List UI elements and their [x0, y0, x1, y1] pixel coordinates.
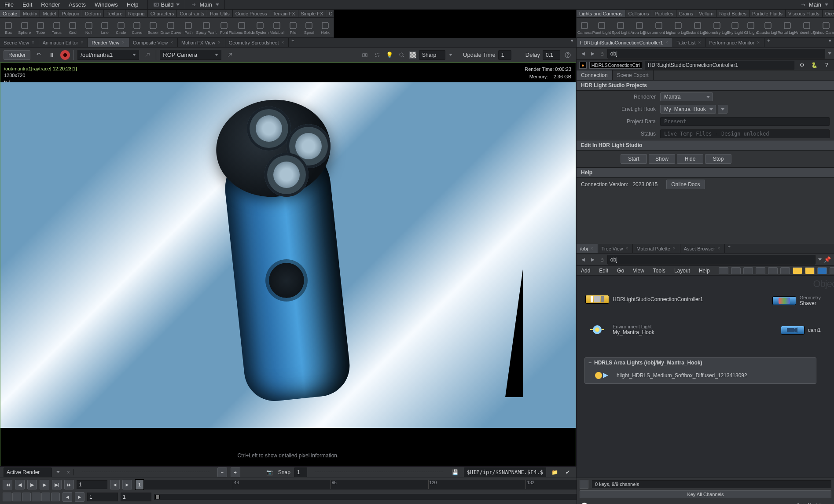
render-viewport[interactable]: /out/mantra1[raytrace] 12:20:23[1] 1280x…: [0, 63, 576, 466]
nv-menu-go[interactable]: Go: [613, 268, 628, 274]
pane-tab[interactable]: Motion FX View×: [178, 38, 225, 47]
close-icon[interactable]: ×: [698, 40, 702, 45]
stop-icon[interactable]: [60, 50, 70, 60]
snap-path-field[interactable]: $HIP/ipr/$SNAPNAME.$F4.$: [464, 467, 546, 477]
rop-path-field[interactable]: /out/mantra1: [77, 50, 139, 60]
browse-icon[interactable]: 📁: [550, 467, 559, 477]
section-projects[interactable]: HDR Light Studio Projects: [577, 80, 834, 91]
nv-menu-edit[interactable]: Edit: [595, 268, 613, 274]
close-icon[interactable]: ×: [756, 40, 761, 45]
shelf-tool-line[interactable]: Line: [97, 18, 113, 37]
close-icon[interactable]: ×: [121, 40, 125, 45]
pin-icon[interactable]: 📌: [823, 256, 831, 264]
shelf-tool-draw-curve[interactable]: Draw Curve: [162, 18, 180, 37]
shelf-tab[interactable]: Terrain FX: [270, 10, 298, 17]
close-icon[interactable]: ×: [217, 40, 221, 45]
shelf-tool-file[interactable]: File: [286, 18, 301, 37]
pane-tab-add[interactable]: +: [289, 38, 297, 47]
shelf-tool-circle[interactable]: Circle: [114, 18, 129, 37]
nv-path-field[interactable]: obj: [607, 255, 816, 265]
shelf-tool-grid[interactable]: Grid: [65, 18, 81, 37]
next-frame-button[interactable]: ▶|: [52, 480, 62, 489]
apply-icon[interactable]: ✔: [563, 467, 573, 477]
disk-icon[interactable]: 💾: [451, 467, 460, 477]
shelf-tool-portal-light[interactable]: Portal Light: [778, 18, 797, 37]
back-icon[interactable]: ◄: [579, 256, 587, 264]
status-icon[interactable]: [51, 493, 60, 501]
shelf-tab[interactable]: Texture: [104, 10, 125, 17]
close-icon[interactable]: ×: [169, 40, 174, 45]
help-icon[interactable]: ?: [822, 60, 831, 70]
shelf-tool-gi-light[interactable]: GI Light: [744, 18, 758, 37]
forward-icon[interactable]: ►: [589, 50, 597, 58]
menu-render[interactable]: Render: [37, 0, 64, 10]
shelf-tool-sphere[interactable]: Sphere: [17, 18, 33, 37]
camera-jump-icon[interactable]: [225, 50, 235, 60]
keys-icon[interactable]: [580, 480, 588, 489]
shelf-tab[interactable]: Modify: [20, 10, 40, 17]
pane-tab[interactable]: Composite View×: [129, 38, 178, 47]
nv-icon[interactable]: [756, 267, 765, 274]
next-scope-button[interactable]: ►: [75, 492, 85, 502]
update-time-field[interactable]: 1: [498, 50, 511, 60]
pause-icon[interactable]: [47, 50, 57, 60]
online-docs-button[interactable]: Online Docs: [666, 180, 705, 189]
gear-icon[interactable]: ⚙: [797, 60, 807, 70]
shelf-tab[interactable]: Hair Utils: [207, 10, 233, 17]
close-icon[interactable]: ×: [665, 40, 669, 45]
shelf-tab[interactable]: Rigging: [125, 10, 147, 17]
section-help[interactable]: Help: [577, 167, 834, 178]
shelf-tab[interactable]: Rigid Bodies: [716, 10, 749, 17]
back-icon[interactable]: ◄: [579, 50, 587, 58]
nv-icon[interactable]: [743, 267, 753, 274]
node-cam[interactable]: cam1: [781, 326, 821, 335]
shelf-tool-l-system[interactable]: L-System: [252, 18, 268, 37]
nv-menu-add[interactable]: Add: [577, 268, 595, 274]
hide-button[interactable]: Hide: [677, 154, 703, 164]
nv-menu-view[interactable]: View: [628, 268, 649, 274]
node-name-field[interactable]: HDRLightStudioConnectionController1: [645, 61, 794, 70]
shelf-tool-curve[interactable]: Curve: [129, 18, 145, 37]
renderer-select[interactable]: Mantra: [660, 92, 713, 101]
shelf-tool-stereo-camera[interactable]: Stereo Camera: [817, 18, 834, 37]
envlight-extra[interactable]: [718, 105, 727, 114]
nv-icon[interactable]: [731, 267, 741, 274]
nv-icon[interactable]: [830, 267, 834, 274]
help-icon[interactable]: ?: [563, 50, 573, 60]
shelf-tab[interactable]: Create: [0, 10, 20, 17]
shelf-tool-metaball[interactable]: Metaball: [269, 18, 285, 37]
shelf-tab[interactable]: Simple FX: [298, 10, 327, 17]
first-frame-button[interactable]: ⏮: [3, 480, 12, 489]
shelf-tab[interactable]: Characters: [148, 10, 177, 17]
network-view[interactable]: Object HDRLightStudioConnectionControlle…: [577, 276, 834, 478]
node-group[interactable]: −HDRLS Area Lights (/obj/My_Mantra_Hook)…: [584, 357, 816, 384]
shelf-tool-geometry-light[interactable]: Geometry Light: [708, 18, 726, 37]
region-icon[interactable]: [372, 50, 382, 60]
camera-icon[interactable]: 📷: [265, 467, 275, 477]
shelf-tool-torus[interactable]: Torus: [49, 18, 65, 37]
shelf-tab[interactable]: Vellum: [696, 10, 716, 17]
shelf-tab[interactable]: Viscous Fluids: [786, 10, 823, 17]
active-render-select[interactable]: Active Render: [4, 467, 52, 477]
shelf-tool-spiral[interactable]: Spiral: [301, 18, 317, 37]
status-icon[interactable]: [12, 493, 21, 501]
pane-menu[interactable]: ▾: [568, 38, 576, 47]
minus-button[interactable]: −: [217, 467, 227, 477]
tab-connection[interactable]: Connection: [577, 70, 613, 80]
menu-file[interactable]: File: [0, 0, 18, 10]
status-icon[interactable]: [3, 493, 11, 501]
shelf-tool-path[interactable]: Path: [181, 18, 196, 37]
nv-icon[interactable]: [780, 267, 790, 274]
nv-icon[interactable]: [768, 267, 778, 274]
shelf-tool-helix[interactable]: Helix: [318, 18, 333, 37]
nv-menu-help[interactable]: Help: [694, 268, 714, 274]
pane-tab[interactable]: Take List×: [673, 38, 705, 47]
shelf-tab[interactable]: Collisions: [625, 10, 652, 17]
nv-menu-layout[interactable]: Layout: [670, 268, 694, 274]
python-icon[interactable]: 🐍: [809, 60, 819, 70]
last-frame-button[interactable]: ⏭: [64, 480, 74, 489]
node-hook[interactable]: Environment LightMy_Mantra_Hook: [585, 324, 654, 335]
shelf-tab[interactable]: Polygon: [59, 10, 82, 17]
collapse-icon[interactable]: −: [588, 360, 592, 366]
show-button[interactable]: Show: [649, 154, 675, 164]
